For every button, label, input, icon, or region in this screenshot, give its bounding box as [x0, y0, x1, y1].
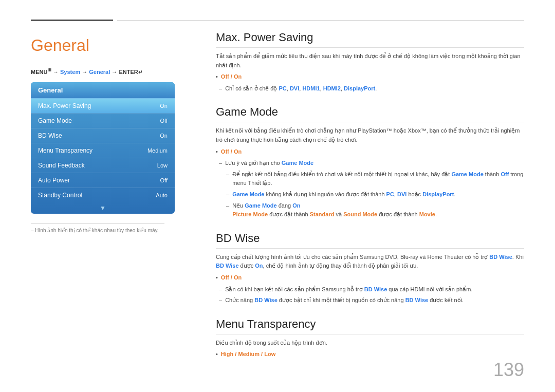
dash-symbol: –	[219, 159, 222, 168]
section-title-menu-transparency: Menu Transparency	[216, 318, 524, 334]
menu-path-arrows: → System → General → ENTER↵	[53, 69, 142, 75]
option-off-on: Off / On	[221, 273, 242, 283]
section-desc: Điều chỉnh độ trong suốt của hộp trình đ…	[216, 339, 524, 348]
section-desc: Cung cấp chất lượng hình ảnh tối ưu cho …	[216, 253, 524, 271]
bullet-dot: •	[216, 147, 218, 157]
menu-item-name: Menu Transparency	[38, 147, 92, 154]
menu-item-bd-wise[interactable]: BD Wise On	[31, 128, 175, 143]
dash-text: Chức năng BD Wise được bật chỉ khi một t…	[225, 296, 464, 305]
dash-symbol: –	[226, 190, 229, 199]
menu-path-menu: MENU	[31, 69, 47, 75]
section-menu-transparency: Menu Transparency Điều chỉnh độ trong su…	[216, 318, 524, 359]
section-body-bd-wise: Cung cấp chất lượng hình ảnh tối ưu cho …	[216, 253, 524, 305]
menu-scroll-arrow: ▼	[31, 202, 175, 214]
footnote-text: – Hình ảnh hiển thị có thể khác nhau tùy…	[31, 228, 159, 233]
bullet-dot: •	[216, 350, 218, 359]
bullet-dot: •	[216, 273, 218, 283]
dash-note-header: – Lưu ý và giới hạn cho Game Mode	[216, 159, 524, 168]
dash-text: Nếu Game Mode đang OnPicture Mode được đ…	[232, 201, 437, 219]
dash-text: Game Mode không khả dụng khi nguồn vào đ…	[232, 190, 455, 199]
section-body-menu-transparency: Điều chỉnh độ trong suốt của hộp trình đ…	[216, 339, 524, 359]
option-off-on: Off / On	[221, 147, 242, 157]
dash-symbol: –	[219, 296, 222, 305]
option-high-medium-low: High / Medium / Low	[221, 350, 275, 359]
footnote: – Hình ảnh hiển thị có thể khác nhau tùy…	[31, 223, 164, 233]
menu-item-value: Off	[160, 177, 168, 183]
top-decorative-lines	[31, 20, 524, 21]
dash-symbol: –	[226, 201, 229, 211]
section-bd-wise: BD Wise Cung cấp chất lượng hình ảnh tối…	[216, 232, 524, 305]
menu-item-value: Auto	[156, 192, 168, 198]
dash-game-mode-note1: – Để ngắt kết nối bảng điều khiển trò ch…	[216, 170, 524, 188]
dash-text: Chỉ có sẵn ở chế độ PC, DVI, HDMI1, HDMI…	[225, 84, 377, 94]
option-off-on: Off / On	[221, 72, 242, 82]
bullet-high-medium-low: • High / Medium / Low	[216, 350, 524, 359]
menu-path: MENUIII → System → General → ENTER↵	[31, 67, 195, 75]
bullet-off-on: • Off / On	[216, 147, 524, 157]
menu-item-auto-power[interactable]: Auto Power Off	[31, 173, 175, 188]
section-title-game-mode: Game Mode	[216, 105, 524, 122]
bullet-off-on: • Off / On	[216, 72, 524, 82]
page-title: General	[31, 36, 195, 55]
menu-item-value: Low	[157, 162, 168, 169]
right-panel: Max. Power Saving Tắt sản phẩm để giảm m…	[216, 31, 524, 371]
dash-symbol: –	[219, 285, 222, 294]
bullet-off-on: • Off / On	[216, 273, 524, 283]
section-title-max-power-saving: Max. Power Saving	[216, 31, 524, 48]
menu-item-name: Max. Power Saving	[38, 102, 91, 109]
bullet-dot: •	[216, 72, 218, 82]
menu-item-name: Standby Control	[38, 192, 82, 199]
section-body-max-power-saving: Tắt sản phẩm để giảm mức tiêu thụ điện s…	[216, 52, 524, 93]
menu-item-name: Auto Power	[38, 177, 70, 184]
menu-item-menu-transparency[interactable]: Menu Transparency Medium	[31, 143, 175, 158]
menu-item-value: On	[160, 133, 168, 139]
dash-text: Sẵn có khi bạn kết nối các sản phẩm Sams…	[225, 285, 472, 294]
section-desc: Khi kết nối với bảng điều khiển trò chơi…	[216, 126, 524, 144]
dash-display-modes: – Chỉ có sẵn ở chế độ PC, DVI, HDMI1, HD…	[216, 84, 524, 94]
page-number: 139	[493, 359, 524, 381]
menu-item-standby-control[interactable]: Standby Control Auto	[31, 188, 175, 202]
dash-bd-wise-note2: – Chức năng BD Wise được bật chỉ khi một…	[216, 296, 524, 305]
section-max-power-saving: Max. Power Saving Tắt sản phẩm để giảm m…	[216, 31, 524, 93]
section-desc: Tắt sản phẩm để giảm mức tiêu thụ điện s…	[216, 52, 524, 70]
top-line-dark	[31, 20, 113, 21]
dash-text: Lưu ý và giới hạn cho Game Mode	[225, 159, 313, 168]
dash-symbol: –	[226, 170, 229, 179]
top-line-light	[117, 20, 524, 21]
menu-item-name: Game Mode	[38, 117, 72, 124]
menu-item-value: On	[160, 103, 168, 109]
menu-box-title: General	[31, 82, 175, 98]
menu-item-value: Medium	[147, 147, 168, 154]
dash-game-mode-note2: – Game Mode không khả dụng khi nguồn vào…	[216, 190, 524, 199]
section-title-bd-wise: BD Wise	[216, 232, 524, 249]
dash-bd-wise-note1: – Sẵn có khi bạn kết nối các sản phẩm Sa…	[216, 285, 524, 294]
menu-item-max-power-saving[interactable]: Max. Power Saving On	[31, 98, 175, 113]
menu-item-game-mode[interactable]: Game Mode Off	[31, 113, 175, 128]
menu-item-name: BD Wise	[38, 132, 62, 139]
section-body-game-mode: Khi kết nối với bảng điều khiển trò chơi…	[216, 126, 524, 219]
dash-game-mode-note3: – Nếu Game Mode đang OnPicture Mode được…	[216, 201, 524, 219]
menu-item-value: Off	[160, 118, 168, 124]
section-game-mode: Game Mode Khi kết nối với bảng điều khiể…	[216, 105, 524, 219]
dash-symbol: –	[219, 84, 222, 94]
left-panel: General MENUIII → System → General → ENT…	[31, 36, 195, 233]
menu-item-name: Sound Feedback	[38, 162, 85, 169]
menu-item-sound-feedback[interactable]: Sound Feedback Low	[31, 158, 175, 173]
dash-text: Để ngắt kết nối bảng điều khiển trò chơi…	[232, 170, 524, 188]
menu-box: General Max. Power Saving On Game Mode O…	[31, 82, 175, 214]
